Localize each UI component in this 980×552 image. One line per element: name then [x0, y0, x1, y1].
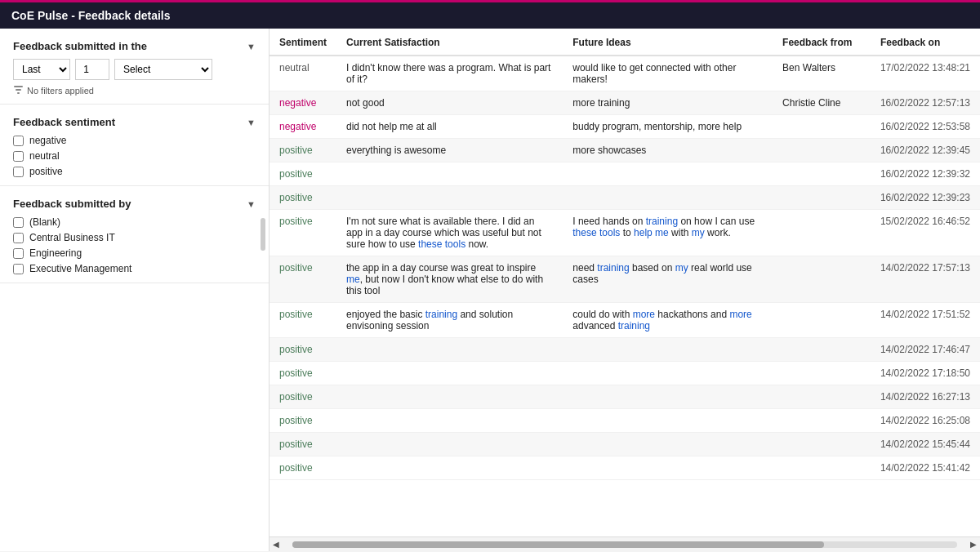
sentiment-neutral-label: neutral	[29, 150, 60, 162]
feedback-from-cell	[773, 303, 871, 338]
last-select[interactable]: Last	[13, 59, 70, 80]
feedback-on-cell: 14/02/2022 17:46:47	[871, 338, 980, 362]
scroll-right-arrow[interactable]: ▶	[970, 540, 977, 549]
feedback-on-cell: 17/02/2022 13:48:21	[871, 56, 980, 91]
bottom-scrollbar[interactable]: ◀ ▶	[270, 536, 980, 551]
submitted-in-header[interactable]: Feedback submitted in the ▼	[13, 40, 256, 52]
current-satisfaction-cell: not good	[336, 91, 563, 115]
feedback-from-cell	[773, 210, 871, 256]
current-satisfaction-cell	[336, 433, 563, 456]
feedback-from-cell	[773, 162, 871, 186]
feedback-on-cell: 14/02/2022 16:25:08	[871, 409, 980, 433]
table-wrapper[interactable]: Sentiment Current Satisfaction Future Id…	[270, 29, 980, 536]
future-ideas-cell	[563, 409, 773, 433]
feedback-on-cell: 16/02/2022 12:39:23	[871, 186, 980, 210]
sentiment-cell: positive	[270, 409, 336, 433]
submitter-blank-item[interactable]: (Blank)	[13, 216, 256, 228]
sentiment-cell: positive	[270, 303, 336, 338]
future-ideas-cell	[563, 186, 773, 210]
feedback-from-cell	[773, 385, 871, 409]
sentiment-cell: positive	[270, 162, 336, 186]
sentiment-cell: positive	[270, 433, 336, 456]
submitted-by-header[interactable]: Feedback submitted by ▼	[13, 198, 256, 210]
table-row: positive16/02/2022 12:39:32	[270, 162, 980, 186]
current-satisfaction-cell	[336, 338, 563, 362]
feedback-from-cell	[773, 338, 871, 362]
submitter-exec-checkbox[interactable]	[13, 264, 24, 274]
sentiment-negative-checkbox[interactable]	[13, 136, 24, 146]
sentiment-neutral-item[interactable]: neutral	[13, 150, 256, 162]
feedback-on-cell: 16/02/2022 12:39:45	[871, 139, 980, 162]
submitter-eng-item[interactable]: Engineering	[13, 247, 256, 259]
submitter-cbi-item[interactable]: Central Business IT	[13, 232, 256, 243]
sentiment-negative-item[interactable]: negative	[13, 135, 256, 146]
sentiment-positive-checkbox[interactable]	[13, 167, 24, 177]
current-satisfaction-cell: I'm not sure what is available there. I …	[336, 210, 563, 256]
submitted-by-checkbox-group: (Blank) Central Business IT Engineering …	[13, 216, 256, 274]
period-select[interactable]: Select Days Weeks Months	[114, 59, 212, 80]
future-ideas-cell	[563, 338, 773, 362]
submitted-in-section: Feedback submitted in the ▼ Last Select …	[0, 29, 269, 105]
feedback-from-cell	[773, 409, 871, 433]
current-satisfaction-cell: enjoyed the basic training and solution …	[336, 303, 563, 338]
sentiment-cell: positive	[270, 362, 336, 385]
svg-rect-0	[14, 86, 23, 87]
sentiment-positive-item[interactable]: positive	[13, 166, 256, 177]
last-number-input[interactable]	[75, 59, 109, 80]
sidebar: Feedback submitted in the ▼ Last Select …	[0, 29, 270, 551]
scroll-left-arrow[interactable]: ◀	[273, 540, 279, 549]
sentiment-cell: positive	[270, 338, 336, 362]
future-ideas-cell	[563, 162, 773, 186]
table-row: negativenot goodmore trainingChristie Cl…	[270, 91, 980, 115]
sentiment-cell: neutral	[270, 56, 336, 91]
submitter-eng-checkbox[interactable]	[13, 248, 24, 259]
table-row: neutralI didn't know there was a program…	[270, 56, 980, 91]
table-body: neutralI didn't know there was a program…	[270, 56, 980, 480]
sentiment-cell: positive	[270, 186, 336, 210]
feedback-on-cell: 14/02/2022 17:18:50	[871, 362, 980, 385]
col-header-current: Current Satisfaction	[336, 29, 563, 56]
table-row: positivethe app in a day course was grea…	[270, 256, 980, 303]
feedback-table: Sentiment Current Satisfaction Future Id…	[270, 29, 980, 480]
filter-icon	[13, 85, 24, 96]
feedback-on-cell: 16/02/2022 12:53:58	[871, 115, 980, 139]
current-satisfaction-cell	[336, 186, 563, 210]
current-satisfaction-cell: did not help me at all	[336, 115, 563, 139]
submitted-in-chevron: ▼	[247, 42, 256, 51]
current-satisfaction-cell: everything is awesome	[336, 139, 563, 162]
table-row: positive14/02/2022 16:25:08	[270, 409, 980, 433]
sidebar-scrollbar[interactable]	[261, 218, 265, 251]
submitter-cbi-label: Central Business IT	[29, 232, 115, 243]
current-satisfaction-cell	[336, 385, 563, 409]
submitted-by-label: Feedback submitted by	[13, 198, 131, 210]
title-bar: CoE Pulse - Feedback details	[0, 0, 980, 29]
feedback-from-cell	[773, 115, 871, 139]
h-scroll-thumb[interactable]	[292, 541, 824, 548]
future-ideas-cell: need training based on my real world use…	[563, 256, 773, 303]
h-scroll-track[interactable]	[292, 541, 957, 548]
table-row: negativedid not help me at allbuddy prog…	[270, 115, 980, 139]
current-satisfaction-cell	[336, 456, 563, 480]
no-filters-label: No filters applied	[27, 86, 94, 96]
current-satisfaction-cell	[336, 409, 563, 433]
future-ideas-cell: could do with more hackathons and more a…	[563, 303, 773, 338]
feedback-from-cell	[773, 186, 871, 210]
feedback-on-cell: 14/02/2022 15:41:42	[871, 456, 980, 480]
col-header-sentiment: Sentiment	[270, 29, 336, 56]
sentiment-header[interactable]: Feedback sentiment ▼	[13, 116, 256, 128]
sentiment-neutral-checkbox[interactable]	[13, 151, 24, 162]
sentiment-cell: positive	[270, 256, 336, 303]
submitter-blank-label: (Blank)	[29, 216, 60, 228]
submitted-in-label: Feedback submitted in the	[13, 40, 147, 52]
current-satisfaction-cell: the app in a day course was great to ins…	[336, 256, 563, 303]
submitter-exec-item[interactable]: Executive Management	[13, 263, 256, 274]
submitter-blank-checkbox[interactable]	[13, 217, 24, 228]
submitter-cbi-checkbox[interactable]	[13, 233, 24, 243]
table-row: positive14/02/2022 17:46:47	[270, 338, 980, 362]
sentiment-cell: positive	[270, 385, 336, 409]
future-ideas-cell: I need hands on training on how I can us…	[563, 210, 773, 256]
col-header-future: Future Ideas	[563, 29, 773, 56]
sentiment-section: Feedback sentiment ▼ negative neutral po…	[0, 105, 269, 186]
sentiment-negative-label: negative	[29, 135, 66, 146]
current-satisfaction-cell	[336, 362, 563, 385]
